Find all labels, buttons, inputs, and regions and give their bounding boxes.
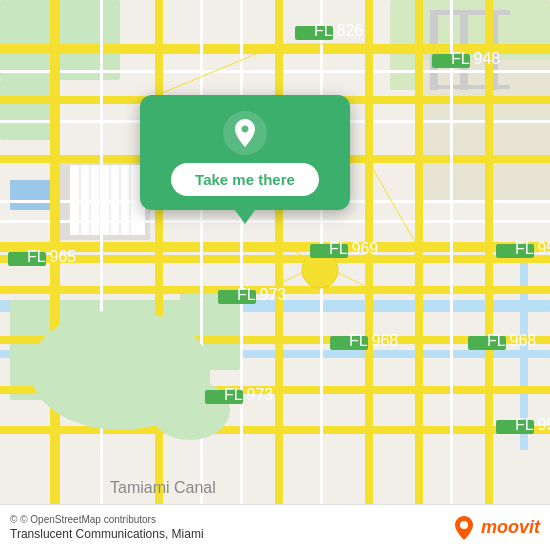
svg-text:FL 965: FL 965 <box>27 248 76 265</box>
svg-rect-24 <box>10 180 50 210</box>
moovit-logo: moovit <box>451 515 540 541</box>
svg-rect-8 <box>430 10 510 15</box>
company-name: Translucent Communications, Miami <box>10 527 204 541</box>
map-svg: FL 826 FL 948 FL 965 FL 969 FL 959 FL 97… <box>0 0 550 504</box>
svg-rect-40 <box>275 0 283 504</box>
svg-text:FL 969: FL 969 <box>329 240 378 257</box>
svg-text:FL 968: FL 968 <box>349 332 398 349</box>
map-container: FL 826 FL 948 FL 965 FL 969 FL 959 FL 97… <box>0 0 550 550</box>
moovit-brand-text: moovit <box>481 517 540 538</box>
svg-rect-43 <box>485 0 493 504</box>
svg-text:FL 968: FL 968 <box>487 332 536 349</box>
location-pin-icon <box>223 111 267 155</box>
svg-rect-46 <box>240 0 243 504</box>
svg-point-55 <box>150 380 230 440</box>
svg-text:FL 973: FL 973 <box>237 286 286 303</box>
svg-rect-10 <box>430 85 510 89</box>
take-me-there-button[interactable]: Take me there <box>171 163 319 196</box>
svg-text:FL 959: FL 959 <box>515 240 550 257</box>
svg-text:FL 948: FL 948 <box>451 50 500 67</box>
moovit-pin-icon <box>451 515 477 541</box>
svg-rect-42 <box>415 0 423 504</box>
svg-text:Tamiami Canal: Tamiami Canal <box>110 479 216 496</box>
svg-text:FL 826: FL 826 <box>314 22 363 39</box>
osm-attribution: © © OpenStreetMap contributors <box>10 514 204 525</box>
popup-card: Take me there <box>140 95 350 210</box>
copy-symbol: © <box>10 514 17 525</box>
svg-rect-48 <box>450 0 453 504</box>
svg-point-79 <box>460 521 468 529</box>
bottom-bar: © © OpenStreetMap contributors Transluce… <box>0 504 550 550</box>
svg-text:FL 973: FL 973 <box>224 386 273 403</box>
svg-text:FL 959: FL 959 <box>515 416 550 433</box>
